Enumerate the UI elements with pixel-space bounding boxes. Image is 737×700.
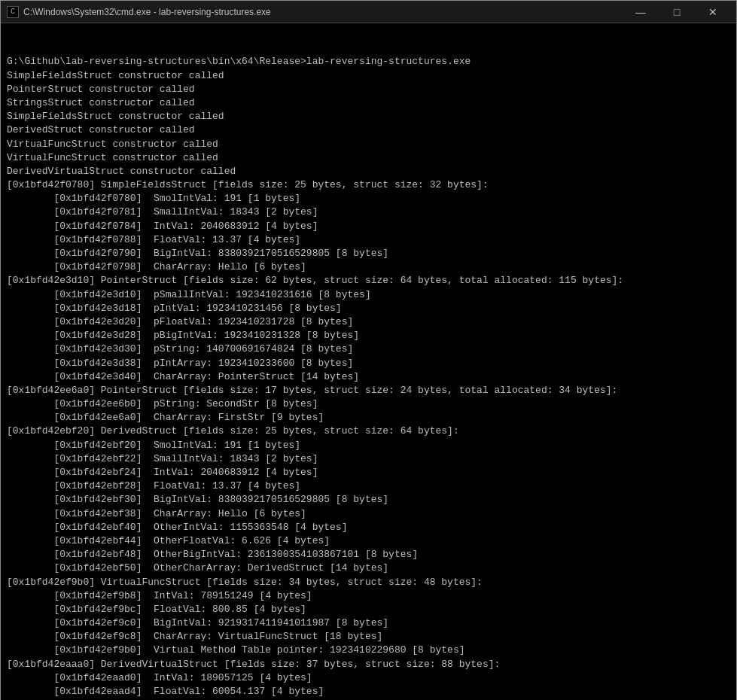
console-line: [0x1bfd42ee6b0] pString: SecondStr [8 by… [7,397,730,411]
console-line: [0x1bfd42ef9c8] CharArray: VirtualFuncSt… [7,630,730,644]
console-line: [0x1bfd42ebf40] OtherIntVal: 1155363548 … [7,521,730,534]
console-line: [0x1bfd42e3d30] pString: 140700691674824… [7,342,730,356]
console-line: [0x1bfd42ebf20] SmolIntVal: 191 [1 bytes… [7,439,730,452]
console-line: [0x1bfd42ebf38] CharArray: Hello [6 byte… [7,507,730,521]
console-line: [0x1bfd42e3d10] pSmallIntVal: 1923410231… [7,288,730,302]
window-controls: — □ ✕ [623,1,730,23]
console-line: [0x1bfd42e3d40] CharArray: PointerStruct… [7,370,730,384]
console-line: PointerStruct constructor called [7,83,730,96]
console-line: [0x1bfd42ef9bc] FloatVal: 800.85 [4 byte… [7,603,730,616]
console-line: [0x1bfd42ef9b0] Virtual Method Table poi… [7,644,730,657]
console-line: [0x1bfd42ebf48] OtherBigIntVal: 23613003… [7,548,730,562]
console-line: VirtualFuncStruct constructor called [7,151,730,165]
console-line: [0x1bfd42f0781] SmallIntVal: 18343 [2 by… [7,205,730,219]
console-line: [0x1bfd42f0788] FloatVal: 13.37 [4 bytes… [7,233,730,247]
console-line: [0x1bfd42ef9b0] VirtualFuncStruct [field… [7,576,730,589]
maximize-button[interactable]: □ [659,1,694,23]
console-line: [0x1bfd42eaad4] FloatVal: 60054.137 [4 b… [7,685,730,698]
window-title: C:\Windows\System32\cmd.exe - lab-revers… [23,7,623,17]
console-line: [0x1bfd42ebf20] DerivedStruct [fields si… [7,425,730,438]
console-line: [0x1bfd42ee6a0] CharArray: FirstStr [9 b… [7,411,730,425]
console-line: VirtualFuncStruct constructor called [7,138,730,151]
console-line: SimpleFieldsStruct constructor called [7,110,730,123]
console-line: [0x1bfd42f0784] IntVal: 2040683912 [4 by… [7,220,730,233]
console-line: [0x1bfd42ebf24] IntVal: 2040683912 [4 by… [7,466,730,479]
console-line: [0x1bfd42ee6a0] PointerStruct [fields si… [7,384,730,397]
console-line: [0x1bfd42ebf22] SmallIntVal: 18343 [2 by… [7,452,730,466]
console-line: [0x1bfd42f0780] SimpleFieldsStruct [fiel… [7,178,730,192]
console-line: StringsStruct constructor called [7,96,730,110]
close-button[interactable]: ✕ [696,1,730,23]
console-line: [0x1bfd42f0798] CharArray: Hello [6 byte… [7,260,730,274]
console-line: [0x1bfd42ebf30] BigIntVal: 8380392170516… [7,493,730,507]
minimize-button[interactable]: — [623,1,658,23]
window-icon: C [7,6,19,18]
console-line: [0x1bfd42ebf44] OtherFloatVal: 6.626 [4 … [7,534,730,548]
console-line: [0x1bfd42ebf28] FloatVal: 13.37 [4 bytes… [7,479,730,493]
cmd-window: C C:\Windows\System32\cmd.exe - lab-reve… [0,0,737,700]
console-line: G:\Github\lab-reversing-structures\bin\x… [7,55,730,68]
console-line: DerivedStruct constructor called [7,123,730,137]
console-output: G:\Github\lab-reversing-structures\bin\x… [1,23,736,700]
console-line: [0x1bfd42eaad0] IntVal: 189057125 [4 byt… [7,671,730,685]
console-line: [0x1bfd42ef9b8] IntVal: 789151249 [4 byt… [7,589,730,603]
console-line: [0x1bfd42ebf50] OtherCharArray: DerivedS… [7,562,730,575]
console-line: [0x1bfd42e3d10] PointerStruct [fields si… [7,274,730,288]
console-line: [0x1bfd42e3d18] pIntVal: 1923410231456 [… [7,302,730,315]
console-line: [0x1bfd42e3d28] pBigIntVal: 192341023132… [7,329,730,342]
console-line: [0x1bfd42eaaa0] DerivedVirtualStruct [fi… [7,658,730,671]
console-line: [0x1bfd42f0790] BigIntVal: 8380392170516… [7,247,730,260]
console-line: [0x1bfd42e3d38] pIntArray: 1923410233600… [7,357,730,370]
console-line: [0x1bfd42ef9c0] BigIntVal: 9219317411941… [7,616,730,630]
console-line: [0x1bfd42e3d20] pFloatVal: 1923410231728… [7,315,730,329]
console-line: [0x1bfd42f0780] SmolIntVal: 191 [1 bytes… [7,192,730,205]
title-bar: C C:\Windows\System32\cmd.exe - lab-reve… [1,1,736,23]
console-line: SimpleFieldsStruct constructor called [7,69,730,83]
console-line: DerivedVirtualStruct constructor called [7,165,730,178]
